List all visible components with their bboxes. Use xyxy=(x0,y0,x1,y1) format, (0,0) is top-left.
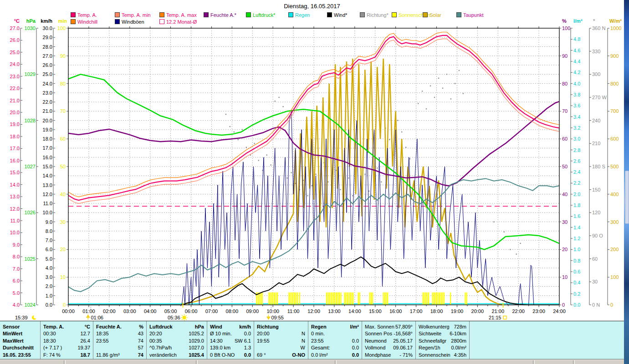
tick-label: 2.8 xyxy=(573,147,580,153)
cell-value: 1025.4 xyxy=(189,352,204,358)
sunshine-bar xyxy=(291,293,292,305)
tick-label: 28.0 xyxy=(43,44,52,50)
direction-dot xyxy=(307,195,308,196)
tick-label: 13.0 xyxy=(43,182,52,188)
cell-value: 09.06.17 xyxy=(393,345,413,350)
tick-label: 2.4 xyxy=(573,169,580,175)
cell-label: 23:55 xyxy=(96,338,109,344)
tick-label: 1026 xyxy=(25,210,36,215)
sunshine-bar xyxy=(271,293,272,305)
sunshine-bar xyxy=(384,293,385,305)
tick-label: 0 xyxy=(63,302,66,308)
table-col-luftdruck: LuftdruckhPa20:201025.200:351029.0^0.7hP… xyxy=(147,321,207,359)
sunshine-bar xyxy=(261,293,261,305)
sunshine-bar xyxy=(332,293,332,305)
x-axis-label: 16:00 xyxy=(389,308,402,314)
direction-dot xyxy=(422,91,423,91)
tick-label: 1029 xyxy=(25,71,36,77)
sunshine-bar xyxy=(259,293,260,305)
tick-label: 11.0 xyxy=(10,218,20,223)
sunshine-bar xyxy=(276,293,276,305)
cell-label: Temp. A. xyxy=(43,324,64,329)
direction-dot xyxy=(397,120,398,121)
axis-unit-l-m: l/m² xyxy=(573,18,583,24)
direction-dot xyxy=(242,129,243,130)
tick-label: 0 xyxy=(610,302,613,308)
tick-label: 9.0 xyxy=(46,219,52,225)
tick-label: 20.0 xyxy=(43,118,52,123)
tick-label: 4.0 xyxy=(13,302,20,308)
tick-label: 1.0 xyxy=(573,247,580,252)
axis-unit-: % xyxy=(562,18,567,24)
tick-label: 360 N xyxy=(592,25,605,31)
tick-label: 2.6 xyxy=(573,158,580,164)
tick-label: 150 xyxy=(592,187,600,192)
tick-label: 4.0 xyxy=(46,265,52,271)
tick-label: 10.0 xyxy=(43,210,52,215)
table-col-richtung: Richtung20:00N19:55NW69 °O-NO xyxy=(254,321,308,359)
cell-value: 0.0 xyxy=(352,352,359,358)
sunshine-bar xyxy=(333,293,334,305)
tick-label: 50 xyxy=(60,164,66,169)
cell-value: W xyxy=(301,345,305,350)
tick-label: 1024 xyxy=(25,302,36,308)
tick-label: 120 xyxy=(592,210,600,215)
direction-dot xyxy=(311,185,312,186)
sunshine-bar xyxy=(422,293,423,305)
cell-label: 139.0 km xyxy=(210,345,230,350)
cell-label: 0 Bft O-NO xyxy=(210,352,235,358)
tick-label: 29.0 xyxy=(43,35,52,40)
bottom-left-time: 15:39 xyxy=(15,315,28,320)
tick-label: 80 xyxy=(60,81,66,86)
sunrise-icon xyxy=(183,316,186,319)
axis-unit-w-m: W/m² xyxy=(609,18,622,24)
sunshine-bar xyxy=(268,293,269,305)
tick-label: 4.0 xyxy=(573,81,580,86)
axis-unit-: ° xyxy=(593,18,595,24)
tick-label: 30 xyxy=(562,219,568,225)
statusbar-separator xyxy=(573,360,575,364)
cell-value: 57,809° xyxy=(395,324,413,329)
cell-value: 25.05.17 xyxy=(393,338,413,344)
cell-label: Sichtweite xyxy=(419,331,441,336)
tick-label: 4.6 xyxy=(573,48,580,53)
cell-label: 0.0 l/m² xyxy=(311,352,328,358)
cell-label: Regen/1h xyxy=(419,345,440,350)
sunshine-bar xyxy=(330,293,331,305)
tick-label: 16.0 xyxy=(10,158,20,163)
direction-dot xyxy=(381,182,382,182)
tick-label: 300 xyxy=(592,71,600,77)
direction-dot xyxy=(426,108,427,109)
cell-value: 19.37 xyxy=(77,345,90,350)
tick-label: 0.4 xyxy=(573,280,580,285)
direction-dot xyxy=(401,131,402,132)
tick-label: 21.0 xyxy=(10,98,20,103)
cell-label: 23:55 xyxy=(311,338,324,344)
cell-value: N xyxy=(302,338,305,344)
tick-label: 100 xyxy=(562,25,570,31)
scrollbar-thumb[interactable] xyxy=(625,171,629,224)
desktop-background-strip xyxy=(624,0,629,364)
sunshine-bar xyxy=(294,293,295,305)
tick-label: 19.0 xyxy=(10,121,20,127)
direction-dot xyxy=(418,103,419,104)
tick-label: 70 xyxy=(60,108,66,114)
tick-label: 600 xyxy=(610,136,619,142)
tick-label: 30 xyxy=(60,219,66,225)
x-axis-label: 24:00 xyxy=(553,308,566,314)
sunshine-bar xyxy=(466,293,467,305)
cell-value: 18.7 xyxy=(81,352,90,358)
tick-label: 17.0 xyxy=(43,145,52,151)
tick-label: 100 xyxy=(57,25,66,31)
tick-label: 26.0 xyxy=(10,37,20,43)
sunshine-bar xyxy=(450,293,451,305)
sunshine-bar xyxy=(344,293,345,305)
statusbar-separator xyxy=(64,360,66,364)
direction-dot xyxy=(442,88,443,89)
sunshine-bar xyxy=(432,293,433,305)
sunshine-bar xyxy=(444,293,445,305)
sunshine-bar xyxy=(353,293,353,305)
direction-dot xyxy=(405,147,406,148)
direction-dot xyxy=(459,70,460,71)
direction-dot xyxy=(455,83,455,84)
